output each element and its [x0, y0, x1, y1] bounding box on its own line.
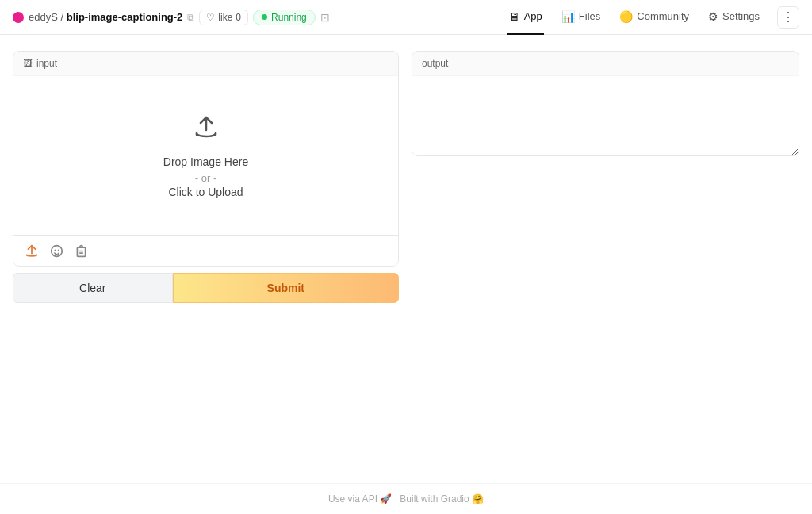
header-nav: 🖥 App 📊 Files 🟡 Community ⚙ Settings ⋮	[508, 0, 799, 35]
more-button[interactable]: ⋮	[777, 6, 799, 29]
footer-separator: ·	[395, 493, 397, 504]
clear-button[interactable]: Clear	[13, 273, 173, 303]
nav-label-settings: Settings	[722, 10, 760, 22]
username[interactable]: eddyS	[29, 11, 58, 23]
upload-toolbar-button[interactable]	[23, 242, 40, 259]
running-label: Running	[271, 12, 307, 23]
svg-rect-3	[77, 247, 85, 256]
built-with-text: Built with Gradio	[400, 493, 469, 504]
drop-click-text: Click to Upload	[168, 186, 243, 198]
nav-label-community: Community	[637, 10, 689, 22]
api-link[interactable]: Use via API 🚀	[328, 493, 395, 504]
nav-item-files[interactable]: 📊 Files	[560, 0, 602, 35]
emoji-toolbar-button[interactable]	[48, 243, 65, 259]
action-buttons: Clear Submit	[13, 273, 399, 303]
running-dot	[262, 14, 267, 20]
drop-image-text: Drop Image Here	[163, 153, 248, 171]
heart-icon: ♡	[206, 12, 215, 23]
clipboard-toolbar-button[interactable]	[73, 243, 90, 259]
upload-icon	[192, 113, 220, 144]
repo-name[interactable]: blip-image-captioning-2	[67, 11, 183, 23]
main-content: 🖼 input Drop Image Here - or - Click	[0, 35, 812, 483]
footer: Use via API 🚀 · Built with Gradio 🤗	[0, 483, 812, 514]
nav-item-community[interactable]: 🟡 Community	[618, 0, 691, 35]
nav-label-app: App	[524, 10, 542, 22]
nav-item-app[interactable]: 🖥 App	[508, 0, 544, 35]
api-text: Use via API	[328, 493, 377, 504]
submit-button[interactable]: Submit	[173, 273, 399, 303]
svg-point-1	[55, 249, 56, 251]
svg-point-2	[58, 249, 59, 251]
output-textarea[interactable]	[412, 76, 799, 155]
copy-icon[interactable]: ⧉	[187, 12, 194, 23]
nav-item-settings[interactable]: ⚙ Settings	[707, 0, 761, 35]
like-label: like	[218, 12, 232, 23]
like-button[interactable]: ♡ like 0	[199, 10, 248, 25]
nav-label-files: Files	[579, 10, 600, 22]
community-icon: 🟡	[619, 10, 633, 23]
output-panel: output	[412, 51, 799, 156]
input-toolbar	[13, 236, 398, 266]
left-column: 🖼 input Drop Image Here - or - Click	[13, 51, 399, 303]
separator: /	[58, 11, 67, 23]
files-icon: 📊	[561, 10, 575, 23]
input-panel-label: 🖼 input	[13, 52, 398, 76]
output-label-text: output	[422, 58, 448, 69]
image-input-icon: 🖼	[23, 58, 33, 69]
breadcrumb: eddyS / blip-image-captioning-2	[29, 11, 182, 23]
drop-zone[interactable]: Drop Image Here - or - Click to Upload	[13, 76, 398, 235]
like-count: 0	[236, 12, 241, 23]
app-icon: 🖥	[509, 10, 520, 23]
settings-icon: ⚙	[708, 10, 718, 23]
header: eddyS / blip-image-captioning-2 ⧉ ♡ like…	[0, 0, 812, 35]
schedule-icon[interactable]: ⊡	[320, 11, 330, 24]
drop-or-text: - or -	[195, 172, 216, 184]
input-panel: 🖼 input Drop Image Here - or - Click	[13, 51, 399, 267]
user-avatar	[13, 12, 24, 23]
running-badge: Running	[253, 10, 316, 25]
input-label-text: input	[36, 58, 57, 69]
output-panel-label: output	[412, 52, 799, 76]
header-left: eddyS / blip-image-captioning-2 ⧉ ♡ like…	[13, 10, 501, 25]
